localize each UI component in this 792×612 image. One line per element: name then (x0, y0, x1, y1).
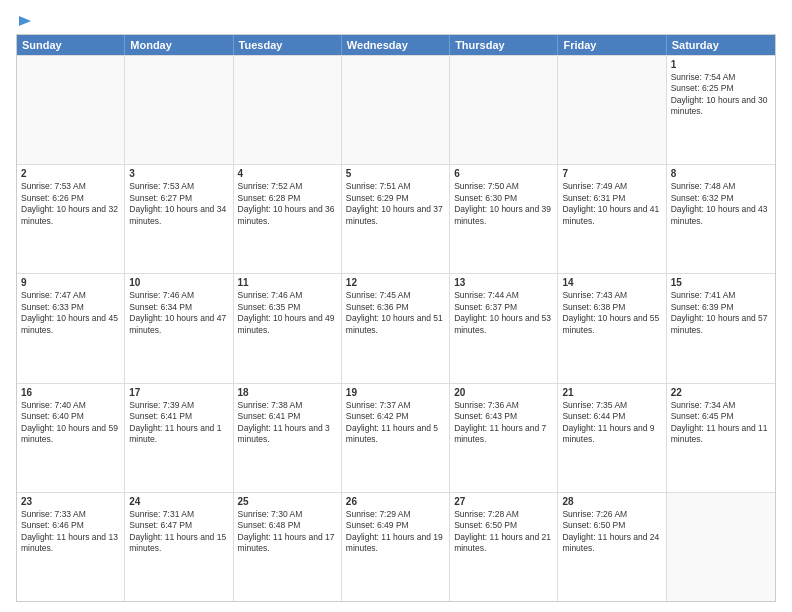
day-number: 13 (454, 277, 553, 288)
day-info: Sunrise: 7:49 AM Sunset: 6:31 PM Dayligh… (562, 181, 661, 227)
day-number: 3 (129, 168, 228, 179)
calendar-cell: 17Sunrise: 7:39 AM Sunset: 6:41 PM Dayli… (125, 384, 233, 492)
calendar-cell: 18Sunrise: 7:38 AM Sunset: 6:41 PM Dayli… (234, 384, 342, 492)
day-number: 5 (346, 168, 445, 179)
day-number: 24 (129, 496, 228, 507)
calendar-cell: 13Sunrise: 7:44 AM Sunset: 6:37 PM Dayli… (450, 274, 558, 382)
weekday-header: Tuesday (234, 35, 342, 55)
day-info: Sunrise: 7:37 AM Sunset: 6:42 PM Dayligh… (346, 400, 445, 446)
day-number: 12 (346, 277, 445, 288)
calendar-cell: 8Sunrise: 7:48 AM Sunset: 6:32 PM Daylig… (667, 165, 775, 273)
calendar-cell: 6Sunrise: 7:50 AM Sunset: 6:30 PM Daylig… (450, 165, 558, 273)
day-info: Sunrise: 7:40 AM Sunset: 6:40 PM Dayligh… (21, 400, 120, 446)
day-info: Sunrise: 7:26 AM Sunset: 6:50 PM Dayligh… (562, 509, 661, 555)
day-number: 15 (671, 277, 771, 288)
day-number: 14 (562, 277, 661, 288)
day-number: 7 (562, 168, 661, 179)
day-number: 10 (129, 277, 228, 288)
calendar-cell: 20Sunrise: 7:36 AM Sunset: 6:43 PM Dayli… (450, 384, 558, 492)
day-info: Sunrise: 7:47 AM Sunset: 6:33 PM Dayligh… (21, 290, 120, 336)
logo-flag-icon (17, 16, 31, 30)
calendar-cell (234, 56, 342, 164)
calendar-cell: 11Sunrise: 7:46 AM Sunset: 6:35 PM Dayli… (234, 274, 342, 382)
day-info: Sunrise: 7:50 AM Sunset: 6:30 PM Dayligh… (454, 181, 553, 227)
day-number: 21 (562, 387, 661, 398)
calendar-cell: 26Sunrise: 7:29 AM Sunset: 6:49 PM Dayli… (342, 493, 450, 601)
day-info: Sunrise: 7:33 AM Sunset: 6:46 PM Dayligh… (21, 509, 120, 555)
day-info: Sunrise: 7:45 AM Sunset: 6:36 PM Dayligh… (346, 290, 445, 336)
day-number: 2 (21, 168, 120, 179)
calendar-cell: 14Sunrise: 7:43 AM Sunset: 6:38 PM Dayli… (558, 274, 666, 382)
calendar-cell: 12Sunrise: 7:45 AM Sunset: 6:36 PM Dayli… (342, 274, 450, 382)
day-info: Sunrise: 7:43 AM Sunset: 6:38 PM Dayligh… (562, 290, 661, 336)
day-info: Sunrise: 7:39 AM Sunset: 6:41 PM Dayligh… (129, 400, 228, 446)
day-info: Sunrise: 7:46 AM Sunset: 6:34 PM Dayligh… (129, 290, 228, 336)
day-info: Sunrise: 7:52 AM Sunset: 6:28 PM Dayligh… (238, 181, 337, 227)
day-number: 18 (238, 387, 337, 398)
day-number: 6 (454, 168, 553, 179)
calendar-cell: 19Sunrise: 7:37 AM Sunset: 6:42 PM Dayli… (342, 384, 450, 492)
calendar-cell: 4Sunrise: 7:52 AM Sunset: 6:28 PM Daylig… (234, 165, 342, 273)
calendar: SundayMondayTuesdayWednesdayThursdayFrid… (16, 34, 776, 602)
day-info: Sunrise: 7:34 AM Sunset: 6:45 PM Dayligh… (671, 400, 771, 446)
day-info: Sunrise: 7:53 AM Sunset: 6:27 PM Dayligh… (129, 181, 228, 227)
day-number: 11 (238, 277, 337, 288)
day-number: 16 (21, 387, 120, 398)
calendar-cell: 5Sunrise: 7:51 AM Sunset: 6:29 PM Daylig… (342, 165, 450, 273)
calendar-cell: 15Sunrise: 7:41 AM Sunset: 6:39 PM Dayli… (667, 274, 775, 382)
day-info: Sunrise: 7:31 AM Sunset: 6:47 PM Dayligh… (129, 509, 228, 555)
header (16, 16, 776, 26)
calendar-cell: 25Sunrise: 7:30 AM Sunset: 6:48 PM Dayli… (234, 493, 342, 601)
day-info: Sunrise: 7:51 AM Sunset: 6:29 PM Dayligh… (346, 181, 445, 227)
weekday-header: Thursday (450, 35, 558, 55)
day-info: Sunrise: 7:48 AM Sunset: 6:32 PM Dayligh… (671, 181, 771, 227)
day-number: 26 (346, 496, 445, 507)
day-number: 9 (21, 277, 120, 288)
day-number: 19 (346, 387, 445, 398)
day-info: Sunrise: 7:28 AM Sunset: 6:50 PM Dayligh… (454, 509, 553, 555)
weekday-header: Sunday (17, 35, 125, 55)
calendar-cell: 2Sunrise: 7:53 AM Sunset: 6:26 PM Daylig… (17, 165, 125, 273)
calendar-cell (558, 56, 666, 164)
calendar-cell: 28Sunrise: 7:26 AM Sunset: 6:50 PM Dayli… (558, 493, 666, 601)
calendar-row: 2Sunrise: 7:53 AM Sunset: 6:26 PM Daylig… (17, 164, 775, 273)
day-info: Sunrise: 7:35 AM Sunset: 6:44 PM Dayligh… (562, 400, 661, 446)
calendar-header: SundayMondayTuesdayWednesdayThursdayFrid… (17, 35, 775, 55)
page: SundayMondayTuesdayWednesdayThursdayFrid… (0, 0, 792, 612)
calendar-body: 1Sunrise: 7:54 AM Sunset: 6:25 PM Daylig… (17, 55, 775, 601)
svg-marker-0 (19, 16, 31, 26)
day-number: 25 (238, 496, 337, 507)
day-number: 8 (671, 168, 771, 179)
calendar-cell: 10Sunrise: 7:46 AM Sunset: 6:34 PM Dayli… (125, 274, 233, 382)
weekday-header: Friday (558, 35, 666, 55)
calendar-cell: 9Sunrise: 7:47 AM Sunset: 6:33 PM Daylig… (17, 274, 125, 382)
calendar-row: 16Sunrise: 7:40 AM Sunset: 6:40 PM Dayli… (17, 383, 775, 492)
calendar-cell (667, 493, 775, 601)
calendar-cell (342, 56, 450, 164)
day-number: 22 (671, 387, 771, 398)
calendar-cell: 27Sunrise: 7:28 AM Sunset: 6:50 PM Dayli… (450, 493, 558, 601)
day-info: Sunrise: 7:30 AM Sunset: 6:48 PM Dayligh… (238, 509, 337, 555)
calendar-cell: 22Sunrise: 7:34 AM Sunset: 6:45 PM Dayli… (667, 384, 775, 492)
calendar-cell: 3Sunrise: 7:53 AM Sunset: 6:27 PM Daylig… (125, 165, 233, 273)
day-info: Sunrise: 7:41 AM Sunset: 6:39 PM Dayligh… (671, 290, 771, 336)
calendar-row: 1Sunrise: 7:54 AM Sunset: 6:25 PM Daylig… (17, 55, 775, 164)
day-info: Sunrise: 7:29 AM Sunset: 6:49 PM Dayligh… (346, 509, 445, 555)
day-info: Sunrise: 7:38 AM Sunset: 6:41 PM Dayligh… (238, 400, 337, 446)
calendar-row: 23Sunrise: 7:33 AM Sunset: 6:46 PM Dayli… (17, 492, 775, 601)
calendar-cell: 21Sunrise: 7:35 AM Sunset: 6:44 PM Dayli… (558, 384, 666, 492)
calendar-row: 9Sunrise: 7:47 AM Sunset: 6:33 PM Daylig… (17, 273, 775, 382)
day-number: 17 (129, 387, 228, 398)
day-info: Sunrise: 7:36 AM Sunset: 6:43 PM Dayligh… (454, 400, 553, 446)
day-info: Sunrise: 7:53 AM Sunset: 6:26 PM Dayligh… (21, 181, 120, 227)
day-number: 23 (21, 496, 120, 507)
calendar-cell: 1Sunrise: 7:54 AM Sunset: 6:25 PM Daylig… (667, 56, 775, 164)
calendar-cell: 16Sunrise: 7:40 AM Sunset: 6:40 PM Dayli… (17, 384, 125, 492)
calendar-cell (125, 56, 233, 164)
calendar-cell: 24Sunrise: 7:31 AM Sunset: 6:47 PM Dayli… (125, 493, 233, 601)
calendar-cell (450, 56, 558, 164)
calendar-cell: 7Sunrise: 7:49 AM Sunset: 6:31 PM Daylig… (558, 165, 666, 273)
day-info: Sunrise: 7:54 AM Sunset: 6:25 PM Dayligh… (671, 72, 771, 118)
weekday-header: Wednesday (342, 35, 450, 55)
day-info: Sunrise: 7:44 AM Sunset: 6:37 PM Dayligh… (454, 290, 553, 336)
